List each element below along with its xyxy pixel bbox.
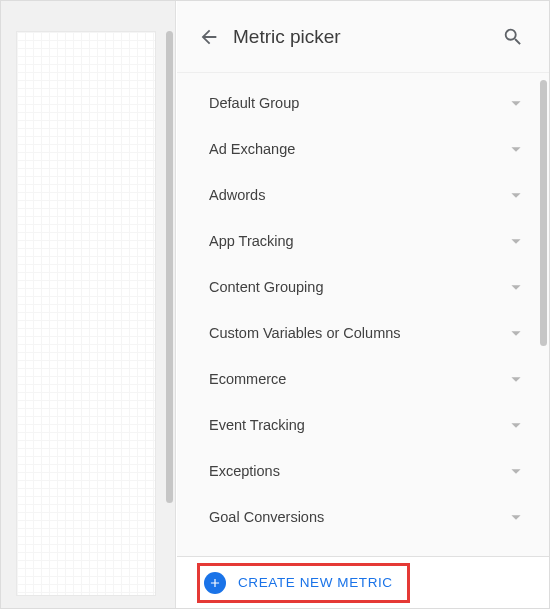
group-label: Ecommerce <box>209 371 286 387</box>
group-row-app-tracking[interactable]: App Tracking <box>209 218 537 264</box>
search-button[interactable] <box>495 19 531 55</box>
metric-groups-list: Default Group Ad Exchange Adwords App Tr… <box>177 80 537 556</box>
chevron-down-icon <box>505 92 527 114</box>
group-row-ecommerce[interactable]: Ecommerce <box>209 356 537 402</box>
group-label: Custom Variables or Columns <box>209 325 401 341</box>
group-label: App Tracking <box>209 233 294 249</box>
group-label: Event Tracking <box>209 417 305 433</box>
group-label: Goal Conversions <box>209 509 324 525</box>
chevron-down-icon <box>505 414 527 436</box>
panel-scrollbar-thumb[interactable] <box>540 80 547 346</box>
group-row-custom-variables[interactable]: Custom Variables or Columns <box>209 310 537 356</box>
chevron-down-icon <box>505 184 527 206</box>
panel-body: Default Group Ad Exchange Adwords App Tr… <box>177 73 549 556</box>
panel-header: Metric picker <box>177 1 549 73</box>
group-label: Ad Exchange <box>209 141 295 157</box>
plus-badge <box>204 572 226 594</box>
report-canvas[interactable] <box>16 31 156 596</box>
plus-icon <box>208 576 222 590</box>
panel-footer: CREATE NEW METRIC <box>177 556 549 608</box>
metric-picker-panel: Metric picker Default Group Ad Exchange … <box>177 1 549 608</box>
group-row-content-grouping[interactable]: Content Grouping <box>209 264 537 310</box>
panel-scrollbar[interactable] <box>540 80 547 546</box>
group-label: Adwords <box>209 187 265 203</box>
chevron-down-icon <box>505 138 527 160</box>
chevron-down-icon <box>505 552 527 556</box>
group-label: Content Grouping <box>209 279 323 295</box>
canvas-area <box>1 1 176 608</box>
group-label: Internal Search <box>209 555 307 556</box>
search-icon <box>502 26 524 48</box>
panel-title: Metric picker <box>233 26 495 48</box>
group-row-default-group[interactable]: Default Group <box>209 80 537 126</box>
group-row-internal-search[interactable]: Internal Search <box>209 540 537 556</box>
group-row-goal-conversions[interactable]: Goal Conversions <box>209 494 537 540</box>
back-button[interactable] <box>191 19 227 55</box>
canvas-scrollbar[interactable] <box>166 31 173 596</box>
chevron-down-icon <box>505 322 527 344</box>
group-row-exceptions[interactable]: Exceptions <box>209 448 537 494</box>
group-label: Default Group <box>209 95 299 111</box>
arrow-left-icon <box>198 26 220 48</box>
chevron-down-icon <box>505 506 527 528</box>
chevron-down-icon <box>505 276 527 298</box>
create-new-metric-button[interactable]: CREATE NEW METRIC <box>197 563 410 603</box>
chevron-down-icon <box>505 368 527 390</box>
chevron-down-icon <box>505 230 527 252</box>
create-new-metric-label: CREATE NEW METRIC <box>238 575 393 590</box>
group-row-adwords[interactable]: Adwords <box>209 172 537 218</box>
group-label: Exceptions <box>209 463 280 479</box>
group-row-event-tracking[interactable]: Event Tracking <box>209 402 537 448</box>
group-row-ad-exchange[interactable]: Ad Exchange <box>209 126 537 172</box>
chevron-down-icon <box>505 460 527 482</box>
canvas-scrollbar-thumb[interactable] <box>166 31 173 503</box>
